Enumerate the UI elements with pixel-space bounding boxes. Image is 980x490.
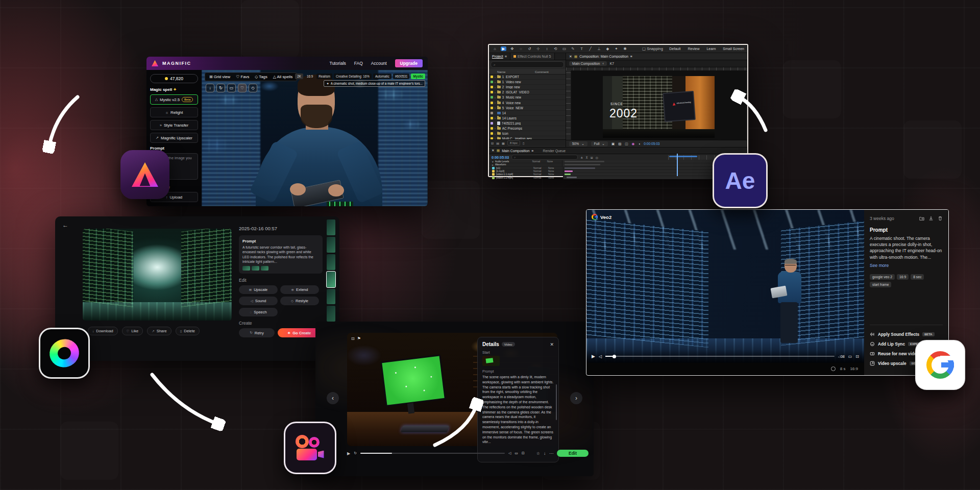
workspace-small-screen[interactable]: Small Screen (723, 47, 744, 51)
trash-icon[interactable]: ▯ (523, 141, 524, 145)
timeline-tab-main[interactable]: Main Composition (502, 149, 529, 153)
roi-icon[interactable]: ▣ (611, 142, 615, 146)
favorite-button[interactable]: ☆ (536, 451, 540, 456)
play-button[interactable]: ▶ (347, 451, 350, 456)
workspace-default[interactable]: Default (669, 47, 680, 51)
magnification-dropdown[interactable]: 50% ⌄ (569, 141, 587, 146)
favorite-button[interactable]: ♡ (238, 84, 247, 92)
speech-button[interactable]: ◌Speech (239, 308, 278, 316)
file-row[interactable]: ›1_Video new (489, 80, 566, 85)
comp-dropdown[interactable]: Main Composition ‹ (569, 61, 607, 66)
spell-mystic-button[interactable]: △ Mystic v2.5 Beta (150, 94, 198, 105)
nav-account[interactable]: Account (371, 61, 387, 66)
nav-tutorials[interactable]: Tutorials (330, 61, 346, 66)
download-icon[interactable] (928, 216, 934, 221)
google-app-icon[interactable] (915, 340, 965, 390)
tab-effect-controls[interactable]: Effect Controls Null 5 (510, 53, 555, 60)
type-tool-icon[interactable]: T (579, 46, 584, 51)
download-button[interactable]: ↓ (206, 84, 214, 92)
pen-tool-icon[interactable]: ✎ (570, 46, 576, 51)
tab-project[interactable]: Project ≡ (489, 53, 510, 60)
file-row[interactable]: ›3_Music new (489, 95, 566, 100)
expand-icon[interactable]: ⊡ (351, 336, 355, 341)
new-folder-icon[interactable]: ▤ (496, 141, 499, 145)
extend-button[interactable]: ⊕Extend (280, 285, 319, 294)
current-timecode[interactable]: 0:00:05:03 (492, 156, 509, 159)
spell-upscaler-button[interactable]: ↗ Magnific Upscaler (150, 133, 198, 143)
progress-bar[interactable] (360, 453, 505, 454)
workspace-review[interactable]: Review (688, 47, 700, 51)
share-button[interactable]: ↗Share (147, 327, 171, 335)
column-name[interactable]: Name (489, 70, 535, 74)
delete-button[interactable]: ▯Delete (176, 327, 200, 335)
upgrade-button[interactable]: Upgrade (395, 59, 423, 67)
spell-style-transfer-button[interactable]: » Style Transfer (150, 120, 198, 130)
volume-button[interactable]: ◁ (599, 354, 602, 359)
file-row[interactable]: ›2_ISOLAT_VIDEO (489, 90, 566, 95)
loop-button[interactable]: ↻ (354, 451, 357, 455)
see-more-link[interactable]: See more (870, 263, 943, 268)
new-comp-icon[interactable]: ▦ (502, 141, 505, 145)
work-area-bar[interactable] (669, 156, 697, 157)
file-row[interactable]: ›5_Voice_NEW (489, 106, 566, 111)
hailuo-app-icon[interactable] (39, 328, 90, 379)
move-to-folder-icon[interactable] (919, 216, 924, 221)
back-button[interactable]: ← (62, 222, 68, 229)
file-row[interactable]: ›1_EXPORT (489, 75, 566, 80)
go-create-button[interactable]: ✦Go Create (278, 328, 321, 337)
volume-button[interactable]: ◁ (508, 451, 511, 455)
credits-pill[interactable]: 47,820 (150, 74, 198, 83)
grid-view-button[interactable]: ⊞ Grid view (209, 75, 230, 79)
playhead[interactable] (677, 154, 678, 176)
file-row[interactable]: ›14 (489, 111, 566, 116)
history-thumb-selected[interactable] (327, 272, 335, 287)
eraser-tool-icon[interactable]: ◆ (605, 46, 610, 51)
composition-viewer[interactable]: advanced hosting SINCE 2002 (571, 70, 746, 140)
file-row[interactable]: ›14 Layers (489, 116, 566, 121)
prompt-text[interactable]: The scene opens with a dimly lit, modern… (482, 375, 554, 447)
dolly-tool-icon[interactable]: ↕ (544, 46, 550, 51)
file-row[interactable]: ›4_Voice new (489, 100, 566, 105)
bit-depth-button[interactable]: 8 bpc (507, 140, 520, 145)
retry-button[interactable]: ↻Retry (239, 328, 275, 337)
history-thumb[interactable] (327, 219, 335, 235)
timeline-search-input[interactable]: ⌕ (511, 155, 578, 160)
mask-tool-icon[interactable]: ▭ (561, 46, 567, 51)
close-icon[interactable]: ✕ (550, 342, 554, 347)
draft-3d-icon[interactable]: ⊼ (585, 156, 587, 159)
nav-faq[interactable]: FAQ (354, 61, 363, 66)
composition-mini-flowchart-icon[interactable]: ⋔ (580, 156, 583, 159)
image-prompt-pill[interactable]: ✦ A cinematic shot, medium close-up of a… (324, 80, 425, 87)
pan-tool-icon[interactable]: ⊹ (535, 46, 541, 51)
like-button[interactable]: ♡Like (122, 327, 143, 335)
timeline-tab-render-queue[interactable]: Render Queue (543, 149, 566, 153)
tags-button[interactable]: ◇ Tags (255, 75, 267, 79)
start-frame-thumbnail[interactable] (482, 356, 500, 366)
channels-icon[interactable]: ◉ (632, 142, 635, 146)
close-icon[interactable]: ✕ (492, 149, 495, 153)
video-camera-app-icon[interactable] (284, 422, 336, 474)
edit-button[interactable]: Edit (557, 450, 589, 457)
flag-icon[interactable]: ⚑ (357, 336, 361, 341)
file-row[interactable]: ›7405221.png (489, 121, 566, 126)
column-comment[interactable]: Comment (535, 70, 549, 74)
play-button[interactable]: ▶ (592, 354, 595, 359)
veo-video-player[interactable]: Veo2 ▶ ◁ -:08 ▭ ⊡ (586, 210, 864, 363)
history-thumb[interactable] (327, 254, 335, 270)
mask-toggle-icon[interactable]: ◫ (625, 142, 628, 146)
file-row[interactable]: ›AC Precomps (489, 126, 566, 131)
hand-tool-icon[interactable]: ✥ (509, 46, 515, 51)
progress-bar[interactable] (605, 356, 835, 357)
history-thumb[interactable] (327, 237, 335, 253)
layer-row[interactable]: [video-1.2.mp4]NormalNone (489, 176, 747, 179)
fullscreen-button[interactable]: ⊡ (855, 354, 859, 359)
home-tool-icon[interactable]: ⌂ (492, 46, 498, 51)
selection-tool-icon[interactable]: ▶ (501, 46, 506, 51)
scrollbar[interactable] (556, 384, 557, 420)
carousel-next-button[interactable]: › (570, 392, 582, 404)
after-effects-app-icon[interactable]: Ae (713, 153, 768, 208)
download-button[interactable]: ↓ (544, 451, 546, 456)
transparency-grid-icon[interactable]: ▨ (618, 142, 621, 146)
pip-button[interactable]: ▭ (514, 451, 518, 455)
download-button[interactable]: ↓Download (88, 327, 118, 335)
